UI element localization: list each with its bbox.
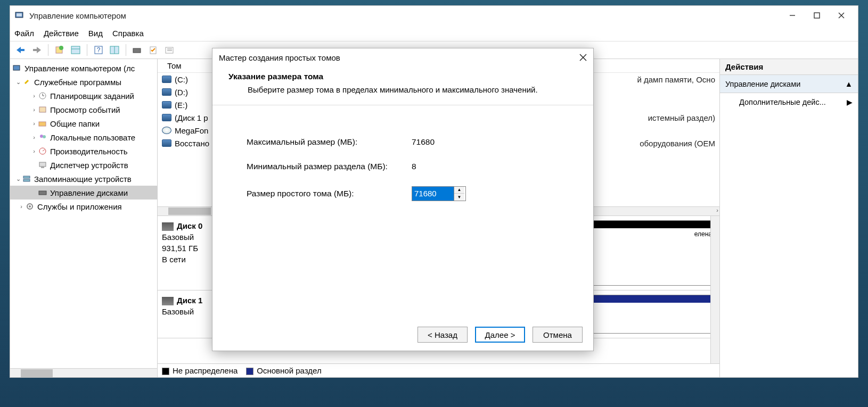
tree-users[interactable]: › Локальные пользовате: [10, 130, 157, 144]
tree-shared[interactable]: › Общие папки: [10, 117, 157, 130]
volume-name: MegaFon: [175, 126, 208, 135]
svg-point-11: [59, 46, 63, 50]
disk-icon: [162, 297, 174, 305]
drive-icon: [162, 88, 171, 96]
menu-help[interactable]: Справка: [112, 29, 144, 38]
window-title: Управление компьютером: [29, 11, 780, 20]
actions-more-label: Дополнительные дейс...: [739, 98, 826, 106]
app-icon: [14, 10, 25, 21]
back-button[interactable]: < Назад: [417, 327, 468, 343]
chevron-right-icon: ▶: [847, 98, 853, 106]
collapse-icon[interactable]: ⌄: [14, 79, 22, 86]
expand-icon[interactable]: ›: [30, 134, 38, 140]
expand-icon[interactable]: ›: [30, 93, 38, 99]
maximize-button[interactable]: [805, 7, 829, 23]
tree-devmgr-label: Диспетчер устройств: [50, 161, 128, 170]
cd-icon: [162, 127, 171, 134]
svg-marker-8: [37, 47, 41, 53]
minimize-button[interactable]: [780, 7, 805, 23]
device-icon: [38, 160, 47, 170]
tree-hscroll[interactable]: [10, 368, 157, 377]
svg-rect-35: [23, 176, 30, 178]
tree-tools[interactable]: ⌄ Служебные программы: [10, 75, 157, 89]
actions-main[interactable]: Управление дисками ▲: [720, 75, 858, 93]
cancel-button[interactable]: Отмена: [533, 327, 583, 343]
volume-size-input[interactable]: [412, 187, 454, 201]
volume-name: (E:): [175, 101, 187, 110]
toolbar-icon-1[interactable]: [53, 44, 66, 56]
max-size-value: 71680: [412, 137, 435, 147]
legend-primary: Основной раздел: [246, 366, 321, 375]
wizard-heading: Указание размера тома: [228, 72, 577, 81]
wizard-titlebar: Мастер создания простых томов: [212, 48, 593, 67]
volume-name: Восстано: [175, 139, 209, 148]
tree-diskmgmt[interactable]: Управление дисками: [10, 186, 157, 200]
tree-root[interactable]: Управление компьютером (лс: [10, 61, 157, 75]
tree-events[interactable]: › Просмотр событий: [10, 103, 157, 117]
tree-services[interactable]: › Службы и приложения: [10, 200, 157, 213]
toolbar-icon-2[interactable]: [69, 44, 82, 56]
help-icon[interactable]: ?: [92, 44, 105, 56]
volume-size-spinner[interactable]: ▲ ▼: [412, 186, 466, 201]
volume-size-field: Размер простого тома (МБ): ▲ ▼: [247, 186, 559, 201]
wizard-close-button[interactable]: [579, 54, 587, 61]
toolbar-icon-5[interactable]: [131, 44, 144, 56]
svg-rect-36: [23, 179, 30, 181]
drive-icon: [162, 101, 171, 109]
diskmgmt-icon: [38, 188, 47, 197]
disk-label: Диск 0: [177, 221, 202, 230]
actions-more[interactable]: Дополнительные дейс... ▶: [720, 93, 858, 111]
simple-volume-wizard: Мастер создания простых томов Указание р…: [212, 48, 594, 351]
spinner-down-button[interactable]: ▼: [454, 194, 464, 201]
drive-icon: [162, 76, 171, 83]
tree-devmgr[interactable]: Диспетчер устройств: [10, 158, 157, 172]
back-button[interactable]: [14, 44, 27, 56]
min-size-value: 8: [412, 162, 416, 171]
legend: Не распределена Основной раздел: [158, 363, 719, 377]
expand-icon[interactable]: ›: [30, 120, 38, 127]
svg-rect-7: [20, 49, 24, 51]
menu-view[interactable]: Вид: [88, 29, 103, 38]
svg-rect-3: [814, 13, 820, 18]
nav-tree[interactable]: Управление компьютером (лс ⌄ Служебные п…: [10, 59, 157, 368]
wizard-header: Указание размера тома Выберите размер то…: [212, 67, 593, 105]
toolbar-icon-6[interactable]: [147, 44, 160, 56]
folder-shared-icon: [38, 119, 47, 128]
menu-action[interactable]: Действие: [44, 29, 79, 38]
tree-tools-label: Служебные программы: [34, 78, 121, 87]
eventlog-icon: [38, 105, 47, 114]
actions-pane: Действия Управление дисками ▲ Дополнител…: [720, 59, 858, 377]
gauge-icon: [38, 146, 47, 156]
disk-vscroll[interactable]: [710, 216, 719, 363]
drive-icon: [162, 114, 171, 121]
tree-root-label: Управление компьютером (лс: [24, 64, 135, 73]
max-size-label: Максимальный размер (МБ):: [247, 137, 412, 147]
chevron-up-icon: ▲: [845, 80, 853, 88]
spinner-up-button[interactable]: ▲: [454, 187, 464, 194]
tree-services-label: Службы и приложения: [37, 202, 122, 211]
expand-icon[interactable]: ›: [30, 148, 38, 154]
next-button[interactable]: Далее >: [475, 327, 525, 343]
menu-file[interactable]: Файл: [14, 29, 34, 38]
tree-perf[interactable]: › Производительность: [10, 144, 157, 158]
expand-icon[interactable]: ›: [18, 203, 25, 210]
tree-perf-label: Производительность: [50, 147, 128, 156]
volume-extra: истемный раздел): [648, 113, 719, 122]
volume-name: (D:): [175, 88, 188, 97]
forward-button[interactable]: [30, 44, 43, 56]
col-tom[interactable]: Том: [162, 61, 187, 70]
tree-scheduler[interactable]: › Планировщик заданий: [10, 89, 157, 103]
tree-events-label: Просмотр событий: [50, 105, 120, 114]
svg-rect-23: [13, 65, 20, 70]
toolbar-icon-7[interactable]: [163, 44, 176, 56]
close-button[interactable]: [829, 7, 854, 23]
max-size-field: Максимальный размер (МБ): 71680: [247, 137, 559, 147]
collapse-icon[interactable]: ⌄: [14, 176, 22, 182]
svg-marker-6: [17, 47, 21, 53]
wizard-subheading: Выберите размер тома в пределах минималь…: [248, 85, 577, 95]
expand-icon[interactable]: ›: [30, 106, 38, 113]
tree-storage[interactable]: ⌄ Запоминающие устройств: [10, 172, 157, 186]
volume-name: (Диск 1 р: [175, 113, 208, 122]
seg-text: елена: [694, 230, 712, 238]
toolbar-icon-4[interactable]: [108, 44, 121, 56]
